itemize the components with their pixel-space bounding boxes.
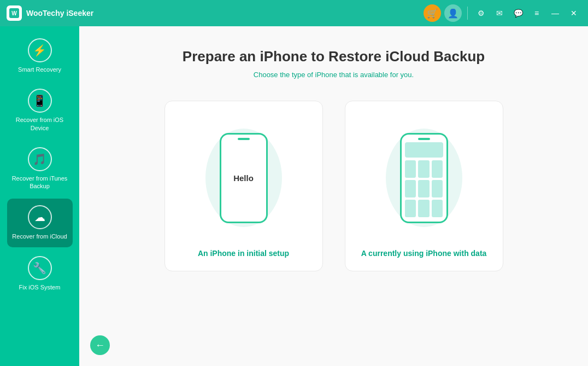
sidebar-label-recover-ios: Recover from iOS Device	[11, 116, 68, 132]
phone-data-cell-4	[405, 180, 416, 197]
sidebar-item-fix-ios[interactable]: 🔧 Fix iOS System	[7, 249, 73, 298]
sidebar-label-recover-itunes: Recover from iTunes Backup	[11, 175, 68, 190]
sidebar: ⚡ Smart Recovery 📱 Recover from iOS Devi…	[0, 26, 79, 366]
hello-text: Hello	[233, 173, 254, 183]
fix-ios-icon: 🔧	[28, 256, 52, 280]
app-logo: W	[7, 5, 22, 21]
page-title: Prepare an iPhone to Restore iCloud Back…	[183, 48, 485, 65]
sidebar-label-smart-recovery: Smart Recovery	[18, 66, 61, 73]
recover-ios-icon: 📱	[28, 89, 52, 113]
card-visual-data	[380, 118, 468, 238]
phone-data-cell-3	[432, 160, 443, 178]
card-with-data[interactable]: A currently using iPhone with data	[345, 101, 503, 271]
phone-data-cell-6	[432, 180, 443, 197]
sidebar-item-recover-itunes[interactable]: 🎵 Recover from iTunes Backup	[7, 141, 73, 197]
back-button[interactable]: ←	[90, 335, 110, 355]
phone-data-cell-2	[418, 160, 430, 178]
main-layout: ⚡ Smart Recovery 📱 Recover from iOS Devi…	[0, 26, 588, 366]
phone-data-cell-7	[405, 200, 416, 217]
settings-icon[interactable]: ⚙	[473, 5, 489, 21]
recover-icloud-icon: ☁	[28, 205, 52, 229]
cart-icon[interactable]: 🛒	[424, 4, 441, 22]
smart-recovery-icon: ⚡	[28, 38, 52, 62]
content-area: Prepare an iPhone to Restore iCloud Back…	[79, 26, 588, 366]
card-visual-initial: Hello	[200, 118, 287, 238]
app-title: WooTechy iSeeker	[26, 9, 424, 18]
phone-data-cell-1	[405, 160, 416, 178]
title-bar: W WooTechy iSeeker 🛒 👤 ⚙ ✉ 💬 ≡ — ✕	[0, 0, 588, 26]
menu-icon[interactable]: ≡	[529, 5, 544, 21]
phone-frame-data	[400, 133, 448, 223]
phone-data-cell-9	[432, 200, 443, 217]
page-subtitle: Choose the type of iPhone that is availa…	[254, 71, 414, 79]
user-icon[interactable]: 👤	[444, 4, 462, 22]
title-bar-actions: 🛒 👤 ⚙ ✉ 💬 ≡ — ✕	[424, 4, 581, 22]
cards-row: Hello An iPhone in initial setup	[164, 101, 503, 271]
phone-data-cell-8	[418, 200, 430, 217]
chat-icon[interactable]: 💬	[510, 5, 526, 21]
divider	[467, 7, 468, 20]
card-label-data: A currently using iPhone with data	[361, 249, 487, 258]
sidebar-label-fix-ios: Fix iOS System	[19, 283, 61, 291]
close-button[interactable]: ✕	[566, 5, 581, 21]
card-label-initial: An iPhone in initial setup	[198, 249, 289, 258]
minimize-button[interactable]: —	[548, 5, 563, 21]
recover-itunes-icon: 🎵	[28, 147, 52, 171]
phone-data-banner	[405, 142, 443, 158]
card-initial-setup[interactable]: Hello An iPhone in initial setup	[164, 101, 323, 271]
phone-data-cell-5	[418, 180, 430, 197]
phone-data-grid	[405, 160, 443, 217]
sidebar-item-recover-icloud[interactable]: ☁ Recover from iCloud	[7, 199, 73, 247]
mail-icon[interactable]: ✉	[492, 5, 507, 21]
sidebar-item-recover-ios[interactable]: 📱 Recover from iOS Device	[7, 82, 73, 138]
back-arrow-icon: ←	[95, 340, 105, 351]
phone-frame-initial: Hello	[220, 133, 268, 223]
svg-text:W: W	[11, 10, 17, 16]
sidebar-item-smart-recovery[interactable]: ⚡ Smart Recovery	[7, 32, 73, 80]
sidebar-label-recover-icloud: Recover from iCloud	[12, 233, 67, 240]
